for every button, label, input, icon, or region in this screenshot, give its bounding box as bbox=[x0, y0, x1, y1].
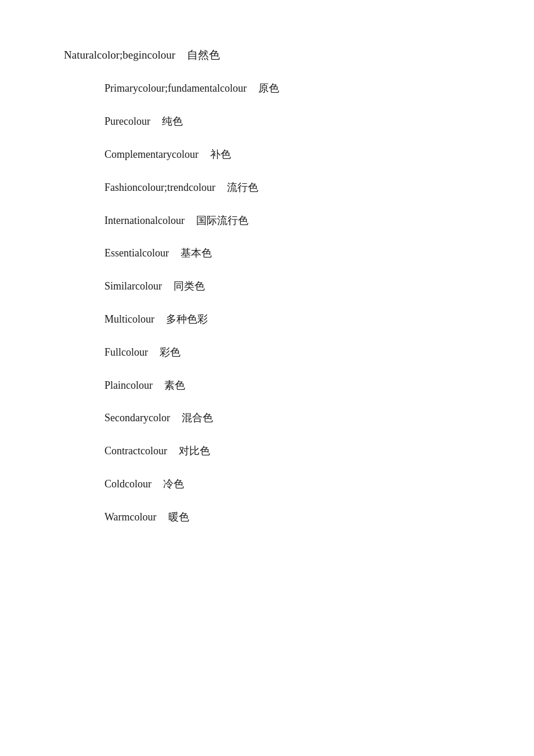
list-item: Purecolour纯色 bbox=[64, 113, 534, 130]
translation-text: 原色 bbox=[258, 82, 279, 94]
term-text: Warmcolour bbox=[104, 511, 157, 523]
term-text: Purecolour bbox=[104, 115, 150, 127]
term-text: Contractcolour bbox=[104, 445, 167, 457]
translation-text: 暖色 bbox=[168, 511, 189, 523]
translation-text: 多种色彩 bbox=[166, 313, 208, 325]
translation-text: 素色 bbox=[164, 379, 185, 391]
list-item: Complementarycolour补色 bbox=[64, 146, 534, 163]
list-item: Primarycolour;fundamentalcolour原色 bbox=[64, 80, 534, 97]
term-text: Similarcolour bbox=[104, 280, 162, 292]
list-item: Internationalcolour国际流行色 bbox=[64, 212, 534, 229]
term-text: Primarycolour;fundamentalcolour bbox=[104, 82, 247, 94]
main-content: Naturalcolor;begincolour自然色Primarycolour… bbox=[0, 46, 534, 526]
translation-text: 国际流行色 bbox=[196, 215, 248, 226]
term-text: Internationalcolour bbox=[104, 215, 185, 226]
list-item: Fashioncolour;trendcolour流行色 bbox=[64, 179, 534, 196]
term-text: Fashioncolour;trendcolour bbox=[104, 182, 215, 193]
translation-text: 混合色 bbox=[182, 412, 213, 424]
list-item: Similarcolour同类色 bbox=[64, 278, 534, 295]
term-text: Complementarycolour bbox=[104, 149, 199, 160]
translation-text: 纯色 bbox=[162, 115, 183, 127]
list-item: Multicolour多种色彩 bbox=[64, 311, 534, 328]
translation-text: 基本色 bbox=[181, 247, 212, 259]
list-item: Warmcolour暖色 bbox=[64, 509, 534, 526]
translation-text: 冷色 bbox=[163, 478, 184, 490]
translation-text: 自然色 bbox=[187, 49, 220, 61]
list-item: Secondarycolor混合色 bbox=[64, 410, 534, 426]
translation-text: 同类色 bbox=[174, 280, 205, 292]
term-text: Fullcolour bbox=[104, 346, 148, 358]
term-text: Coldcolour bbox=[104, 478, 151, 490]
list-item: Essentialcolour基本色 bbox=[64, 245, 534, 262]
list-item: Plaincolour素色 bbox=[64, 377, 534, 394]
term-text: Secondarycolor bbox=[104, 412, 170, 424]
term-text: Naturalcolor;begincolour bbox=[64, 49, 175, 61]
list-item: Contractcolour对比色 bbox=[64, 443, 534, 460]
list-item: Coldcolour冷色 bbox=[64, 476, 534, 493]
list-item: Fullcolour彩色 bbox=[64, 344, 534, 361]
list-item: Naturalcolor;begincolour自然色 bbox=[64, 46, 534, 64]
term-text: Essentialcolour bbox=[104, 247, 169, 259]
translation-text: 流行色 bbox=[227, 182, 258, 193]
term-text: Plaincolour bbox=[104, 379, 153, 391]
translation-text: 对比色 bbox=[179, 445, 210, 457]
term-text: Multicolour bbox=[104, 313, 154, 325]
translation-text: 补色 bbox=[210, 149, 231, 160]
translation-text: 彩色 bbox=[160, 346, 181, 358]
